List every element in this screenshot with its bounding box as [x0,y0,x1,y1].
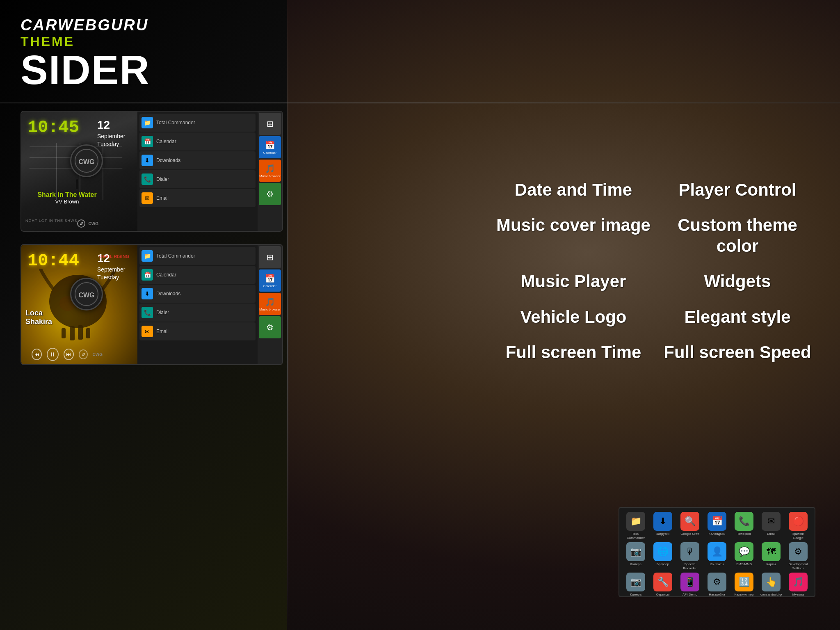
app-grid-item[interactable]: ✉ Email [759,512,783,540]
app-icon-downloads: ⬇ [142,155,153,166]
brand-name: CARWEBGURU [21,16,150,34]
app-item-commander-2[interactable]: 📁 Total Commander [139,247,256,265]
app-item-dialer-2[interactable]: 📞 Dialer [139,304,256,322]
app-item-email-2[interactable]: ✉ Email [139,322,256,340]
app-grid-label: Total Commander [625,532,646,540]
feature-player-control: Player Control [655,172,819,208]
song-artist-2: Shakira [25,317,52,326]
app-item-email-1[interactable]: ✉ Email [139,189,256,207]
app-grid-icon: ⚙ [789,542,808,561]
icon-grid-2[interactable]: ⊞ [259,246,281,268]
night-light: NGHT LGT IN THE SHWS [25,219,78,223]
icon-calendar-2[interactable]: 📅 Calendar [259,269,281,292]
ui-main-2: 10:44 DEVIL RISING 12 SeptemberTuesday C… [21,245,282,364]
app-grid-item[interactable]: ⚙ Настройка [705,573,729,597]
app-grid-icon: 🗺 [762,542,781,561]
pause-btn[interactable]: ⏸ [47,348,59,361]
app-grid-label: SMS/MMS [736,562,752,566]
svg-text:CWG: CWG [78,158,94,165]
app-item-downloads-1[interactable]: ⬇ Downloads [139,151,256,169]
app-grid-item[interactable]: 🔍 Google Craft [678,512,702,540]
settings-icon: ⚙ [266,189,274,199]
time-display-2: 10:44 [27,251,79,271]
player-controls-2: ⏮ ⏸ ⏭ ↺ CWG [32,348,103,361]
app-label-email-2: Email [156,329,169,334]
app-grid-icon: 📞 [735,512,753,531]
icon-settings-2[interactable]: ⚙ [259,316,281,338]
cwg-logo-svg: CWG [74,148,99,173]
app-grid-label: Загрузки [656,532,669,536]
app-item-commander-1[interactable]: 📁 Total Commander [139,114,256,132]
app-grid-label: Development Settings [788,562,809,570]
app-grid-item[interactable]: 🎙 Speech Recorder [678,542,702,570]
ui-main-1: 10:45 12 SeptemberTuesday CWG Shark In T… [21,112,282,231]
app-grid-item[interactable]: 👆 com.android.gestur [759,573,783,597]
feature-custom-theme: Custom theme color [655,208,819,264]
repeat-btn-2[interactable]: ↺ [79,349,88,359]
app-item-calendar-1[interactable]: 📅 Calendar [139,132,256,151]
cwg-logo-1: CWG [70,144,103,177]
app-item-dialer-1[interactable]: 📞 Dialer [139,170,256,188]
divider-line [0,103,840,103]
app-grid-item[interactable]: 📅 Календарь [705,512,729,540]
app-grid-item[interactable]: 💬 SMS/MMS [732,542,756,570]
app-grid-icon: ⬇ [653,512,672,531]
app-label-commander-1: Total Commander [156,120,195,126]
svg-rect-5 [70,326,75,340]
next-btn[interactable]: ⏭ [64,349,74,360]
app-label-dialer-2: Dialer [156,310,169,315]
music-icon: 🎵 [265,164,275,173]
app-grid-item[interactable]: ⚙ Development Settings [786,542,810,570]
app-grid-item[interactable]: 🔧 Сервисы Google PI [651,573,675,597]
svg-rect-7 [62,328,66,338]
icon-music-2[interactable]: 🎵 Music browser [259,293,281,315]
app-icon-commander: 📁 [142,117,153,128]
app-grid-icon: 💬 [735,542,753,561]
grid-icon: ⊞ [267,119,274,129]
repeat-btn[interactable]: ↺ [77,219,85,228]
app-label-calendar-2: Calendar [156,272,176,278]
ui-left-2: 10:44 DEVIL RISING 12 SeptemberTuesday C… [21,245,137,364]
icon-grid[interactable]: ⊞ [259,113,281,135]
app-grid-item[interactable]: 🗺 Карты [759,542,783,570]
app-grid-item[interactable]: 📞 Телефон [732,512,756,540]
icon-settings[interactable]: ⚙ [259,183,281,205]
app-grid-item[interactable]: 👤 Контакты [705,542,729,570]
calendar-icon: 📅 [265,140,275,150]
app-grid-item[interactable]: 📷 Камера [623,573,648,597]
cwg-logo-svg-2: CWG [74,282,99,306]
app-label-downloads-2: Downloads [156,291,180,297]
devil-rising-text: DEVIL RISING [99,254,129,259]
app-item-calendar-2[interactable]: 📅 Calendar [139,266,256,284]
app-item-downloads-2[interactable]: ⬇ Downloads [139,285,256,303]
app-grid-item[interactable]: 📷 Камера [623,542,648,570]
app-grid-item[interactable]: ⬇ Загрузки [651,512,675,540]
app-grid-item[interactable]: 🌐 Браузер [651,542,675,570]
app-grid-label: Камера [630,593,641,597]
app-grid-label: Сервисы Google PI [652,593,673,597]
app-grid-icon: 🔢 [735,573,753,591]
icon-strip-1: ⊞ 📅 Calendar 🎵 Music browser ⚙ [258,112,282,231]
icon-music[interactable]: 🎵 Music browser [259,160,281,182]
svg-text:CWG: CWG [78,292,94,299]
calendar-icon-2: 📅 [265,274,275,283]
song-info-2: Loca Shakira [25,309,52,326]
app-grid-label: Прилож. Google [788,532,809,540]
app-grid-item[interactable]: 📁 Total Commander [623,512,648,540]
app-grid-item[interactable]: 📱 API Demo [678,573,702,597]
calendar-label-2: Calendar [263,284,276,288]
feature-fullscreen-speed: Full screen Speed [655,335,819,370]
cwg-watermark: CWG [89,221,98,226]
app-grid-item[interactable]: 🎵 Музыка [786,573,810,597]
feature-music-cover: Music cover image [491,208,655,264]
app-label-dialer-1: Dialer [156,176,169,182]
prev-btn[interactable]: ⏮ [32,349,42,360]
app-grid-icon: 👆 [762,573,781,591]
app-grid-item[interactable]: 🔢 Калькулятор [732,573,756,597]
icon-calendar[interactable]: 📅 Calendar [259,136,281,158]
app-grid-label: Speech Recorder [679,562,701,570]
app-grid-item[interactable]: 🔴 Прилож. Google [786,512,810,540]
feature-music-player: Music Player [491,264,655,299]
app-icon-dialer-2: 📞 [142,307,153,318]
app-label-calendar-1: Calendar [156,139,176,144]
